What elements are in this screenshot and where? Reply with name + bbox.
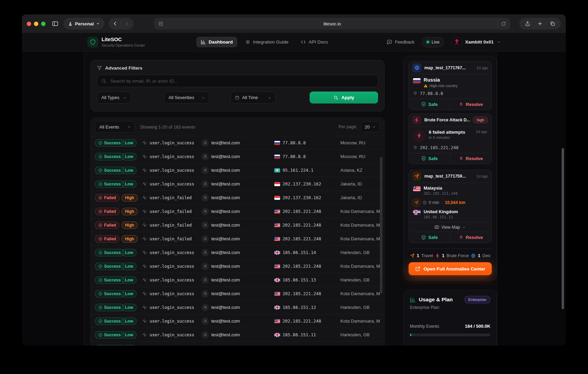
ip-address: 202.185.221.248 <box>283 222 321 228</box>
usage-progress-bar <box>410 334 490 336</box>
sidebar-toggle-icon[interactable] <box>52 20 59 27</box>
status-badge: Success <box>95 263 124 270</box>
event-type: user.login_success <box>150 278 194 282</box>
browser-window: Personal litesoc.io <box>22 14 566 346</box>
actor-email: test@test.com <box>211 140 240 145</box>
check-circle-icon <box>98 292 102 296</box>
anomaly-card-geo[interactable]: map_test_1771767... 1d ago Russia <box>409 61 492 110</box>
feedback-button[interactable]: Feedback <box>387 39 414 45</box>
minimize-window-button[interactable] <box>34 22 38 26</box>
actor-email: test@test.com <box>211 236 240 241</box>
event-row[interactable]: Failed High user.login_failed test@test.… <box>91 232 384 245</box>
person-icon <box>201 345 209 346</box>
person-icon <box>201 167 209 174</box>
event-location: Harlesden, GB <box>340 305 380 310</box>
ip-address: 95.161.224.1 <box>283 168 313 173</box>
status-badge: Success <box>95 249 124 256</box>
resolve-button[interactable]: Resolve <box>450 232 491 243</box>
message-plus-icon <box>387 39 392 45</box>
anomaly-card-travel[interactable]: map_test_1771759... 1d ago Malaysia 202.… <box>409 170 492 243</box>
event-row[interactable]: Success Low user.login_success test@test… <box>91 300 384 314</box>
gear-icon <box>245 39 250 45</box>
event-type: user.login_failed <box>150 237 192 241</box>
severity-badge: High <box>122 221 138 229</box>
status-badge: Success <box>95 290 124 298</box>
share-icon[interactable] <box>525 21 530 27</box>
flame-icon <box>459 235 463 240</box>
event-row[interactable]: Success Low user.login_success test@test… <box>91 163 384 177</box>
window-actions <box>519 18 561 29</box>
event-row[interactable]: Success Low user.login_success test@test… <box>91 177 384 191</box>
search-field[interactable] <box>97 75 378 87</box>
event-type: user.login_success <box>150 264 194 269</box>
activity-icon <box>142 277 147 282</box>
globe-icon <box>471 253 476 258</box>
apply-button[interactable]: Apply <box>310 92 378 104</box>
search-input[interactable] <box>110 78 374 84</box>
actor-email: test@test.com <box>211 209 240 214</box>
event-type: user.login_failed <box>150 209 192 214</box>
resolve-button[interactable]: Resolve <box>450 153 491 164</box>
severity-badge: Low <box>122 331 137 339</box>
resolve-button[interactable]: Resolve <box>450 99 491 110</box>
events-scrollbar[interactable] <box>380 157 383 293</box>
severity-filter-select[interactable]: All Severities <box>164 92 209 104</box>
url-text[interactable]: litesoc.io <box>154 21 510 26</box>
activity-icon <box>142 195 147 200</box>
tab-api-docs[interactable]: API Docs <box>296 37 332 47</box>
tab-dashboard[interactable]: Dashboard <box>196 37 237 47</box>
user-menu[interactable]: Xambitt 0x01 <box>452 37 500 47</box>
brand[interactable]: LiteSOC Security Operations Center <box>87 37 145 48</box>
page-scrollbar[interactable] <box>562 148 564 309</box>
time-filter-select[interactable]: All Time <box>230 92 276 104</box>
new-tab-icon[interactable] <box>537 21 543 26</box>
view-map-button[interactable]: View Map <box>409 222 491 232</box>
event-row[interactable]: Success Low user.login_success test@test… <box>91 314 384 328</box>
country-flag-icon <box>274 196 280 200</box>
profile-switcher[interactable]: Personal <box>63 18 104 29</box>
safe-button[interactable]: Safe <box>409 153 450 164</box>
event-type-select[interactable]: All Events <box>95 121 135 133</box>
event-row[interactable]: Success Low user.login_success test@test… <box>91 136 384 149</box>
safe-button[interactable]: Safe <box>409 232 450 243</box>
activity-icon <box>142 264 147 269</box>
check-circle-icon <box>98 319 102 323</box>
per-page-select[interactable]: 20 <box>360 121 380 132</box>
open-anomalies-center-button[interactable]: Open Full Anomalies Center <box>409 262 492 275</box>
activity-icon <box>142 181 147 186</box>
event-row[interactable]: Success Low user.login_success test@test… <box>91 287 384 300</box>
event-row[interactable]: Failed High user.login_failed test@test.… <box>91 218 384 232</box>
event-row[interactable]: Success Low user.login_success test@test… <box>91 328 384 341</box>
type-filter-select[interactable]: All Types <box>97 92 131 104</box>
event-row[interactable]: Success Low user.login_success test@test… <box>91 273 384 287</box>
person-icon <box>201 180 209 188</box>
actor-email: test@test.com <box>211 277 240 282</box>
back-icon[interactable] <box>112 21 118 27</box>
event-row[interactable]: Failed High user.login_failed test@test.… <box>91 191 384 204</box>
live-status-badge[interactable]: Live <box>422 37 444 47</box>
ip-address: 202.137.230.162 <box>283 195 321 200</box>
anomaly-card-brute-force[interactable]: Brute Force Attack D... high 6 failed a <box>409 113 492 164</box>
close-window-button[interactable] <box>27 22 31 26</box>
plane-icon <box>412 172 421 181</box>
event-row[interactable]: Failed High user.login_failed test@test.… <box>91 204 384 218</box>
check-circle-icon <box>98 305 102 310</box>
activity-icon <box>142 140 147 145</box>
tab-integration-guide[interactable]: Integration Guide <box>241 37 293 47</box>
event-row[interactable]: Success Low user.login_success test@test… <box>91 245 384 259</box>
event-row[interactable]: Success Low user.login_success test@test… <box>91 341 384 346</box>
event-type: user.login_success <box>150 168 194 173</box>
traffic-lights <box>27 22 46 26</box>
x-circle-icon <box>98 223 102 227</box>
forward-icon[interactable] <box>124 21 130 27</box>
event-row[interactable]: Success Low user.login_success test@test… <box>91 149 384 163</box>
safe-button[interactable]: Safe <box>409 99 450 110</box>
zoom-window-button[interactable] <box>41 22 46 26</box>
ip-address: 202.137.230.162 <box>283 181 321 186</box>
url-bar[interactable]: litesoc.io <box>154 18 510 29</box>
tab-overview-icon[interactable] <box>550 21 555 27</box>
actor-email: test@test.com <box>211 318 240 324</box>
app-page: LiteSOC Security Operations Center Dashb… <box>22 33 566 346</box>
event-location: Kota Damansara, M <box>340 291 380 296</box>
event-row[interactable]: Success Low user.login_success test@test… <box>91 259 384 273</box>
